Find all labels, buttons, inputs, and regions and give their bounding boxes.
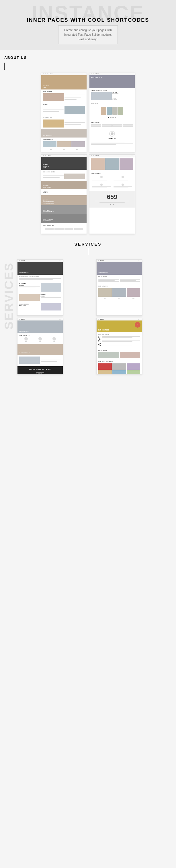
text-line xyxy=(65,124,81,125)
pagination-dots xyxy=(91,116,133,119)
benefit-item xyxy=(112,175,133,182)
quality-text: QUALITYPRODUCTS FROMPROFESSIONALS xyxy=(43,199,54,204)
bottom-spacer xyxy=(0,374,176,386)
step-1: 1 xyxy=(98,336,140,339)
what-text2 xyxy=(120,278,141,282)
nav-links: ■ ■ ■ xyxy=(131,155,133,156)
section-title: HOW WE WORK xyxy=(98,333,140,335)
about-section-label: ABOUT US xyxy=(0,50,176,61)
client-logo xyxy=(91,124,101,127)
text-line xyxy=(92,179,111,179)
our-services-section: OUR SERVICES item item item xyxy=(18,333,63,344)
section-title: OUR SERVICES xyxy=(43,139,85,141)
cta-bar: READY WORK WITH US? CONTACT xyxy=(18,366,63,374)
services-page-right-2: LOGO ■ ■ ■ OUR SERVICES ● HOW WE WORK 1 xyxy=(96,318,142,374)
award-labels: label label label xyxy=(98,298,140,299)
header-title: INNER PAGES WITH COOL SHORTCODES xyxy=(6,17,170,23)
nav-bar: LOGO ■ ■ ■ xyxy=(18,259,63,262)
stat-items: ■ ■ ■ xyxy=(91,204,133,205)
step-text xyxy=(102,343,140,346)
perfect-result: PERFECTRESULT! xyxy=(41,189,86,195)
products-grid xyxy=(98,363,140,374)
service-label: item xyxy=(19,341,33,342)
big-number: 659 xyxy=(91,193,133,201)
section-title: OUR TEAM xyxy=(91,103,133,105)
step-number: 3 xyxy=(98,343,101,346)
seo-title: SEARCH ENGINEAND CODES xyxy=(19,303,40,306)
section-title: WE COULD BRING xyxy=(43,171,85,173)
product-img xyxy=(98,370,112,374)
meet-img: MEET WITHPROFESSIONALS xyxy=(41,205,86,214)
product-img xyxy=(112,363,126,370)
team-photo xyxy=(91,158,105,170)
nav-bar-1: LOGO ■ ■ ■ xyxy=(41,73,86,75)
what-grid-r2 xyxy=(98,352,140,358)
nav-links: ■ ■ ■ xyxy=(83,155,85,156)
circle-badge: ● xyxy=(135,322,141,328)
services-section-label: SERVICES xyxy=(0,236,176,259)
about-page-left-2: LOGO ■ ■ ■ WE ARECREATIVETEAM WE COULD B… xyxy=(41,154,87,234)
service-label: item xyxy=(48,341,61,342)
text-line xyxy=(65,97,81,97)
award-label: label xyxy=(127,298,140,299)
service-circle xyxy=(52,337,56,341)
text-line xyxy=(98,280,115,281)
client-logo xyxy=(54,228,64,230)
we-love-text: WE LOVEWHAT WE DO xyxy=(43,185,51,188)
benefit-item xyxy=(91,175,112,182)
badge-text: ● xyxy=(137,324,138,326)
label: item xyxy=(63,149,65,150)
services2-hero: OUR SERVICES xyxy=(18,320,63,333)
what-text xyxy=(98,278,119,282)
nav-logo: LOGO xyxy=(49,73,52,74)
header-subtitle: Create and configure your pages with int… xyxy=(58,26,118,44)
services-intro: WE CAN PROVIDE YOU ONLY ORIGINAL DESIGN xyxy=(18,275,63,282)
nav-links: ■ ■ ■ xyxy=(59,319,61,320)
services-label-text: SERVICES xyxy=(4,242,172,246)
content-grid: WE AREWORKERS ALL FORBUSINESS xyxy=(91,92,133,100)
what-we-do: WHAT WE DO xyxy=(41,116,86,129)
about-label-text: ABOUT US xyxy=(4,56,27,60)
award-img xyxy=(112,288,126,297)
about-divider xyxy=(4,63,5,70)
benefits-grid xyxy=(91,175,133,190)
service-circle xyxy=(39,337,42,341)
why-text xyxy=(41,356,61,364)
text-line xyxy=(98,279,119,280)
our-services: OUR SERVICES item item item xyxy=(41,137,86,152)
number-sublabel xyxy=(99,202,125,203)
img xyxy=(43,120,64,127)
dot-empty xyxy=(113,117,115,118)
text-col: WE AREWORKERS ALL FORBUSINESS xyxy=(112,92,133,100)
product-img xyxy=(112,370,126,374)
service-item: item xyxy=(48,337,61,342)
nav-dot xyxy=(91,73,92,74)
about-hero: ABOUT US xyxy=(90,75,135,88)
text-line xyxy=(114,179,132,179)
benefit-icon xyxy=(100,176,103,178)
text-line xyxy=(19,288,35,288)
nav-logo: LOGO xyxy=(100,260,104,261)
nav-links: ■ ■ ■ xyxy=(59,260,61,261)
section-title: WHAT WE DO xyxy=(98,276,140,278)
why-us: WHY US xyxy=(41,103,86,116)
nav-bar: LOGO ■ ■ ■ xyxy=(90,155,135,157)
content-grid xyxy=(43,120,85,127)
text-line xyxy=(65,99,77,100)
nav-dot xyxy=(93,73,94,74)
why-choose-section xyxy=(18,355,63,365)
design-img xyxy=(41,283,61,291)
team-photo xyxy=(120,158,133,170)
text-line xyxy=(114,186,132,187)
services-r2-text: OUR SERVICES xyxy=(98,329,109,331)
benefits-text: OUR BENEFITS xyxy=(43,135,52,136)
text-line xyxy=(102,340,140,341)
text-line xyxy=(41,297,61,298)
cta-button[interactable]: CONTACT xyxy=(36,373,44,374)
award-label: label xyxy=(112,298,126,299)
step-number: 1 xyxy=(98,336,101,339)
nav-dot xyxy=(43,155,44,156)
nav-dot xyxy=(93,155,94,156)
step-text xyxy=(102,336,140,339)
why-choose-img: WHY CHOOSE US xyxy=(18,344,63,355)
